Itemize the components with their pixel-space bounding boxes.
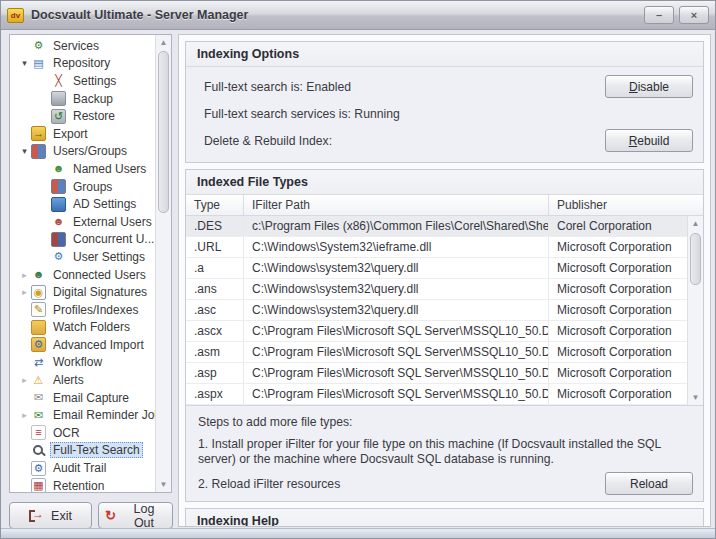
sidebar-item-retention[interactable]: ▦Retention [10,477,155,492]
minimize-button[interactable]: – [644,6,674,24]
cell-publisher: Corel Corporation [549,216,687,236]
table-row[interactable]: .DESc:\Program Files (x86)\Common Files\… [186,216,687,237]
sidebar-item-services[interactable]: ⚙Services [10,37,155,55]
cell-type: .asp [186,363,244,383]
users-groups-icon [31,144,46,159]
expand-arrow-icon[interactable]: ▸ [18,410,31,420]
groups-icon [51,179,66,194]
sidebar-item-workflow[interactable]: ⇄Workflow [10,354,155,372]
sidebar-item-connected-users[interactable]: ▸☻Connected Users [10,266,155,284]
collapse-arrow-icon[interactable]: ▾ [18,58,31,68]
sidebar-item-named-users[interactable]: ☻Named Users [10,160,155,178]
cell-path: C:\Windows\system32\query.dll [244,279,549,299]
app-icon: dv [7,8,24,23]
cell-type: .DES [186,216,244,236]
sidebar-item-groups[interactable]: Groups [10,178,155,196]
sidebar-item-label: Connected Users [50,267,149,283]
sidebar-item-backup[interactable]: Backup [10,90,155,108]
tree-items: ⚙Services▾▤Repository╳SettingsBackup↺Res… [10,37,155,492]
tree-scrollbar[interactable]: ▲ ▼ [155,35,171,492]
table-header: TypeIFilter PathPublisher [186,195,703,216]
sidebar-item-digital-signatures[interactable]: ▸◉Digital Signatures [10,283,155,301]
sidebar-item-email-capture[interactable]: ✉Email Capture [10,389,155,407]
title-bar[interactable]: dv Docsvault Ultimate - Server Manager –… [1,1,715,30]
exit-icon [29,510,43,522]
column-header-publisher[interactable]: Publisher [549,195,703,215]
sidebar-item-audit-trail[interactable]: ⚙Audit Trail [10,459,155,477]
indexing-options-group: Indexing Options Full-text search is: En… [185,41,704,163]
sidebar-item-label: Full-Text Search [50,442,143,458]
tree-scroll-up-icon[interactable]: ▲ [156,35,171,50]
sidebar-item-watch-folders[interactable]: Watch Folders [10,319,155,337]
cell-type: .ascx [186,321,244,341]
cell-publisher: Microsoft Corporation [549,321,687,341]
sidebar-item-full-text-search[interactable]: Full-Text Search [10,442,155,460]
column-header-ifilter-path[interactable]: IFilter Path [244,195,549,215]
cell-path: C:\Windows\System32\ieframe.dll [244,237,549,257]
sidebar-item-label: Workflow [50,354,105,370]
named-users-icon: ☻ [51,161,66,176]
column-header-type[interactable]: Type [186,195,244,215]
sidebar-item-ad-settings[interactable]: AD Settings [10,195,155,213]
cell-type: .asm [186,342,244,362]
sidebar-item-settings[interactable]: ╳Settings [10,72,155,90]
sidebar-item-export[interactable]: →Export [10,125,155,143]
cell-publisher: Microsoft Corporation [549,279,687,299]
table-row[interactable]: .ascxC:\Program Files\Microsoft SQL Serv… [186,321,687,342]
table-row[interactable]: .ascC:\Windows\system32\query.dllMicroso… [186,300,687,321]
sidebar-item-concurrent-u[interactable]: Concurrent U... [10,231,155,249]
file-types-table: TypeIFilter PathPublisher .DESc:\Program… [186,195,703,406]
expand-arrow-icon[interactable]: ▸ [18,375,31,385]
table-scroll-down-icon[interactable]: ▼ [688,390,703,405]
step-1-text: 1. Install proper iFilter for your file … [198,437,693,467]
sidebar-item-label: OCR [50,425,83,441]
ocr-icon: ≡ [31,425,46,440]
sidebar-item-advanced-import[interactable]: ⚙Advanced Import [10,336,155,354]
cell-publisher: Microsoft Corporation [549,384,687,404]
disable-button[interactable]: Disable [605,75,693,98]
sidebar-item-label: Audit Trail [50,460,109,476]
table-row[interactable]: .asmC:\Program Files\Microsoft SQL Serve… [186,342,687,363]
table-row[interactable]: .ansC:\Windows\system32\query.dllMicroso… [186,279,687,300]
sidebar-item-label: Users/Groups [50,143,130,159]
collapse-arrow-icon[interactable]: ▾ [18,146,31,156]
sidebar-item-repository[interactable]: ▾▤Repository [10,55,155,73]
indexed-file-types-title: Indexed File Types [186,170,703,195]
table-scrollbar-thumb[interactable] [690,233,701,285]
table-row[interactable]: .aspC:\Program Files\Microsoft SQL Serve… [186,363,687,384]
table-scrollbar[interactable]: ▲ ▼ [687,216,703,405]
sidebar-item-external-users[interactable]: ☻External Users [10,213,155,231]
cell-publisher: Microsoft Corporation [549,342,687,362]
table-row[interactable]: .aC:\Windows\system32\query.dllMicrosoft… [186,258,687,279]
tree-scroll-down-icon[interactable]: ▼ [156,477,171,492]
sidebar-item-label: Export [50,126,91,142]
close-button[interactable]: × [679,6,709,24]
logout-button[interactable]: ↻ Log Out [98,502,173,529]
audit-trail-icon: ⚙ [31,461,46,476]
navigation-tree: ⚙Services▾▤Repository╳SettingsBackup↺Res… [9,34,172,493]
sidebar-item-email-reminder-jobs[interactable]: ▸✉Email Reminder Jobs [10,406,155,424]
table-scroll-up-icon[interactable]: ▲ [688,216,703,231]
tree-scrollbar-thumb[interactable] [158,51,169,213]
expand-arrow-icon[interactable]: ▸ [18,270,31,280]
sidebar-item-label: Email Reminder Jobs [50,407,155,423]
table-row[interactable]: .URLC:\Windows\System32\ieframe.dllMicro… [186,237,687,258]
reload-button[interactable]: Reload [605,472,693,495]
sidebar-item-ocr[interactable]: ≡OCR [10,424,155,442]
watch-folders-icon [31,320,46,335]
sidebar-item-label: External Users [70,214,155,230]
alerts-icon: ⚠ [31,373,46,388]
exit-button[interactable]: Exit [9,502,92,529]
cell-type: .ans [186,279,244,299]
sidebar-item-profiles-indexes[interactable]: ✎Profiles/Indexes [10,301,155,319]
rebuild-button[interactable]: Rebuild [605,129,693,152]
sidebar-item-restore[interactable]: ↺Restore [10,107,155,125]
server-manager-window: { "window": { "title": "Docsvault Ultima… [0,0,716,539]
sidebar-item-users-groups[interactable]: ▾Users/Groups [10,143,155,161]
sidebar-item-alerts[interactable]: ▸⚠Alerts [10,371,155,389]
ad-settings-icon [51,197,66,212]
table-row[interactable]: .aspxC:\Program Files\Microsoft SQL Serv… [186,384,687,405]
expand-arrow-icon[interactable]: ▸ [18,287,31,297]
cell-path: C:\Windows\system32\query.dll [244,300,549,320]
sidebar-item-user-settings[interactable]: ⚙User Settings [10,248,155,266]
